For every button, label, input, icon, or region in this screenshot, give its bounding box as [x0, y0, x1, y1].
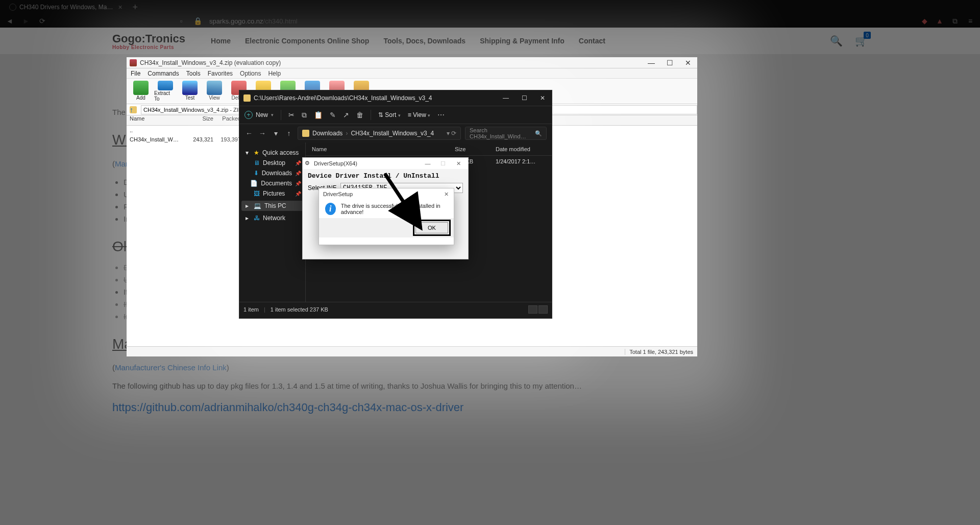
close-tab-icon[interactable]: ×	[116, 3, 124, 11]
sidebar-pictures[interactable]: 🖼Pictures📌	[241, 188, 303, 199]
maximize-icon[interactable]: ☐	[515, 94, 533, 102]
extension2-icon[interactable]: ▲	[935, 17, 944, 26]
folder-icon	[130, 106, 137, 113]
cut-icon[interactable]: ✂	[288, 111, 295, 119]
info-icon: i	[325, 203, 336, 215]
close-icon[interactable]: ✕	[438, 191, 454, 198]
ok-highlight: OK	[413, 220, 451, 236]
menu-icon[interactable]: ≡	[966, 17, 975, 26]
tool-view[interactable]: View	[203, 81, 226, 102]
sidebar-downloads[interactable]: ⬇Downloads📌	[241, 168, 303, 178]
sort-button[interactable]: ⇅ Sort ▾	[378, 111, 401, 118]
plus-icon: +	[244, 111, 253, 119]
tab-title: CH340 Drivers for Windows, Ma…	[19, 4, 113, 11]
extension-icon[interactable]: ◆	[920, 17, 929, 26]
browser-tab[interactable]: CH340 Drivers for Windows, Ma… ×	[4, 1, 130, 13]
folder-icon	[243, 94, 251, 102]
explorer-title-text: C:\Users\Rares-Andrei\Downloads\CH34x_In…	[254, 94, 432, 102]
search-icon: 🔍	[535, 130, 542, 137]
paste-icon[interactable]: 📋	[314, 111, 323, 119]
nav-tools[interactable]: Tools, Docs, Downloads	[383, 37, 465, 45]
msgbox-text: The drive is successfully Pre-installed …	[341, 203, 448, 215]
new-button[interactable]: +New▾	[244, 111, 274, 119]
delete-icon[interactable]: 🗑	[356, 111, 363, 119]
cart-button[interactable]: 🛒 0	[855, 35, 868, 47]
explorer-toolbar: +New▾ ✂ ⧉ 📋 ✎ ↗ 🗑 ⇅ Sort ▾ ≡ View ▾ ⋯	[239, 106, 552, 124]
forward-icon: ►	[21, 17, 31, 25]
menu-options[interactable]: Options	[240, 70, 261, 77]
winrar-titlebar[interactable]: CH34x_Install_Windows_v3_4.zip (evaluati…	[127, 57, 697, 68]
minimize-icon[interactable]: —	[420, 160, 435, 167]
ok-button[interactable]: OK	[415, 222, 448, 233]
more-icon[interactable]: ⋯	[437, 111, 445, 119]
sidebar-network[interactable]: ▸🖧Network	[241, 213, 303, 223]
window-icon[interactable]: ⧉	[950, 17, 960, 26]
tool-add[interactable]: Add	[130, 81, 152, 102]
share-icon[interactable]: ↗	[343, 111, 349, 119]
menu-help[interactable]: Help	[268, 70, 281, 77]
explorer-statusbar: 1 item | 1 item selected 237 KB	[239, 302, 552, 316]
favicon-icon	[9, 4, 16, 11]
winrar-icon	[130, 59, 137, 66]
menu-tools[interactable]: Tools	[186, 70, 201, 77]
reload-icon[interactable]: ⟳	[38, 17, 47, 25]
driver-titlebar[interactable]: ⚙ DriverSetup(X64) — ☐ ✕	[303, 158, 468, 169]
address-bar[interactable]: sparks.gogo.co.nz/ch340.html	[209, 17, 298, 25]
folder-icon	[302, 130, 309, 137]
msgbox-title-text: DriverSetup	[323, 191, 353, 197]
copy-icon[interactable]: ⧉	[302, 111, 307, 120]
view-switcher[interactable]	[528, 305, 548, 314]
winrar-title-text: CH34x_Install_Windows_v3_4.zip (evaluati…	[140, 59, 281, 66]
back-icon[interactable]: ◄	[5, 17, 14, 25]
winrar-menubar: File Commands Tools Favorites Options He…	[127, 68, 697, 79]
sidebar-this-pc[interactable]: ▸💻This PC	[241, 201, 303, 211]
minimize-icon[interactable]: —	[497, 94, 515, 102]
col-name[interactable]: Name	[306, 146, 455, 152]
explorer-titlebar[interactable]: C:\Users\Rares-Andrei\Downloads\CH34x_In…	[239, 90, 552, 106]
msgbox-titlebar[interactable]: DriverSetup ✕	[319, 188, 454, 200]
sidebar-documents[interactable]: 📄Documents📌	[241, 178, 303, 188]
explorer-sidebar: ▾★Quick access 🖥Desktop📌 ⬇Downloads📌 📄Do…	[239, 142, 306, 302]
forward-icon[interactable]: →	[258, 129, 267, 137]
col-size[interactable]: Size	[183, 115, 213, 125]
site-info-icon[interactable]: ▫	[177, 17, 186, 25]
url-path: /ch340.html	[263, 17, 298, 25]
back-icon[interactable]: ←	[244, 129, 254, 137]
col-date[interactable]: Date modified	[496, 146, 552, 152]
explorer-search[interactable]: Search CH34x_Install_Wind… 🔍	[465, 127, 547, 140]
recent-icon[interactable]: ▾	[271, 129, 280, 137]
new-tab-button[interactable]: +	[130, 2, 141, 13]
minimize-icon[interactable]: —	[642, 59, 660, 67]
nav-home[interactable]: Home	[211, 37, 231, 45]
menu-commands[interactable]: Commands	[148, 70, 179, 77]
nav-contact[interactable]: Contact	[579, 37, 605, 45]
maximize-icon[interactable]: ☐	[660, 59, 679, 67]
sidebar-desktop[interactable]: 🖥Desktop📌	[241, 158, 303, 168]
view-button[interactable]: ≡ View ▾	[408, 111, 430, 118]
col-size[interactable]: Size	[455, 146, 496, 152]
app-icon: ⚙	[305, 160, 312, 167]
tool-test[interactable]: Test	[179, 81, 201, 102]
tool-extract[interactable]: Extract To	[154, 81, 177, 102]
browser-chrome: CH340 Drivers for Windows, Ma… × + ◄ ► ⟳…	[0, 0, 980, 28]
search-icon[interactable]: 🔍	[830, 35, 843, 47]
close-icon[interactable]: ✕	[679, 59, 697, 67]
mac-paragraph: The following github has up to day pkg f…	[112, 380, 868, 392]
sidebar-quick-access[interactable]: ▾★Quick access	[241, 148, 303, 158]
driver-heading: Device Driver Install / UnInstall	[303, 169, 468, 183]
github-link[interactable]: https://github.com/adrianmihalko/ch340g-…	[112, 401, 463, 414]
rename-icon[interactable]: ✎	[330, 111, 336, 119]
lock-icon[interactable]: 🔒	[193, 17, 202, 25]
menu-favorites[interactable]: Favorites	[208, 70, 233, 77]
nav-shop[interactable]: Electronic Components Online Shop	[245, 37, 369, 45]
menu-file[interactable]: File	[131, 70, 140, 77]
close-icon[interactable]: ✕	[533, 94, 552, 102]
close-icon[interactable]: ✕	[451, 160, 466, 167]
logo[interactable]: Gogo:Tronics Hobby Electronic Parts	[112, 32, 185, 50]
maximize-icon: ☐	[435, 160, 451, 167]
nav-shipping[interactable]: Shipping & Payment Info	[480, 37, 565, 45]
up-icon[interactable]: ↑	[284, 129, 293, 137]
mac-link[interactable]: Manufacturer's Chinese Info Link	[115, 363, 227, 372]
col-name[interactable]: Name	[127, 115, 183, 125]
breadcrumb[interactable]: Downloads› CH34x_Install_Windows_v3_4 ▾ …	[298, 127, 461, 140]
